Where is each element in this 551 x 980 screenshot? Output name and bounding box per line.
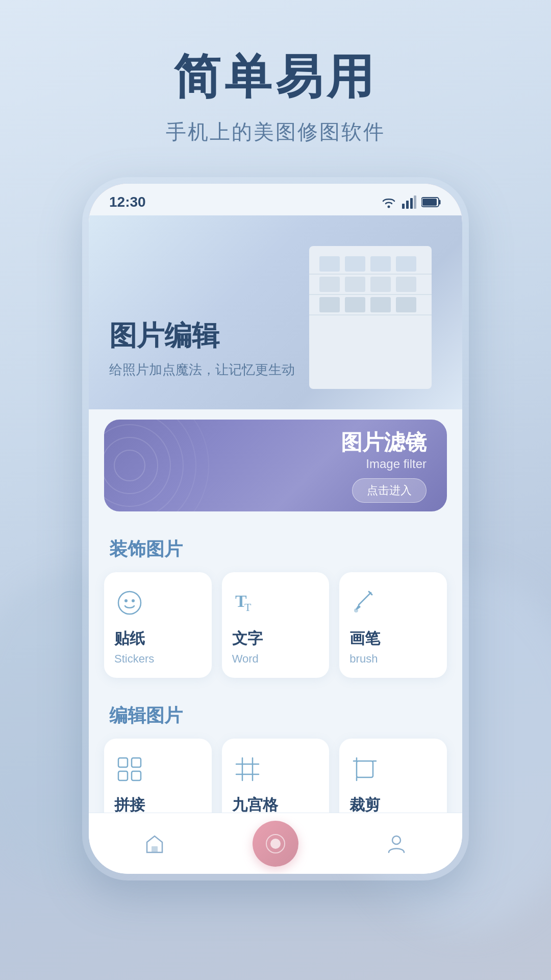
brush-name-cn: 画笔 bbox=[349, 628, 380, 649]
svg-point-29 bbox=[104, 420, 209, 511]
stickers-name-cn: 贴纸 bbox=[114, 628, 145, 649]
stickers-name-en: Stickers bbox=[114, 652, 154, 666]
svg-rect-13 bbox=[319, 277, 340, 292]
status-icons bbox=[381, 195, 442, 209]
profile-nav-icon bbox=[384, 831, 409, 856]
svg-point-35 bbox=[354, 608, 358, 612]
svg-rect-2 bbox=[406, 201, 409, 209]
splicing-icon bbox=[114, 754, 145, 785]
text-icon: T T bbox=[232, 587, 263, 618]
svg-rect-44 bbox=[357, 761, 373, 777]
svg-rect-3 bbox=[410, 198, 413, 209]
brush-name-en: brush bbox=[349, 652, 378, 666]
crop-name-cn: 裁剪 bbox=[349, 795, 380, 814]
section-title-highlight: 图片 bbox=[146, 538, 183, 559]
svg-point-24 bbox=[114, 450, 145, 481]
battery-icon bbox=[421, 197, 442, 208]
nav-center-button[interactable] bbox=[253, 821, 298, 867]
section-title-decorate: 装饰图片 bbox=[89, 522, 462, 572]
tool-card-puzzle[interactable]: 九宫格 puzzle bbox=[222, 739, 330, 814]
puzzle-icon bbox=[232, 754, 263, 785]
svg-rect-20 bbox=[396, 297, 416, 312]
svg-point-32 bbox=[132, 599, 135, 602]
svg-rect-36 bbox=[118, 758, 128, 767]
svg-rect-37 bbox=[132, 758, 141, 767]
filter-card-subtitle: Image filter bbox=[341, 457, 427, 471]
hero-banner: 图片编辑 给照片加点魔法，让记忆更生动 bbox=[89, 215, 462, 409]
svg-rect-4 bbox=[414, 195, 416, 209]
svg-point-47 bbox=[270, 839, 281, 849]
filter-card[interactable]: 图片滤镜 Image filter 点击进入 bbox=[104, 420, 447, 511]
status-time: 12:30 bbox=[109, 194, 146, 210]
main-title: 简单易用 bbox=[0, 51, 551, 103]
word-name-en: Word bbox=[232, 652, 259, 666]
sub-title: 手机上的美图修图软件 bbox=[0, 118, 551, 146]
filter-card-title: 图片滤镜 bbox=[341, 428, 427, 457]
svg-point-48 bbox=[392, 836, 400, 844]
svg-rect-19 bbox=[370, 297, 391, 312]
svg-point-28 bbox=[104, 420, 196, 511]
svg-rect-12 bbox=[396, 256, 416, 272]
svg-rect-1 bbox=[402, 204, 405, 209]
edit-tool-grid: 拼接 Splicing 九宫格 puzzle bbox=[89, 739, 462, 814]
filter-card-button[interactable]: 点击进入 bbox=[352, 478, 427, 503]
status-bar: 12:30 bbox=[89, 184, 462, 215]
hero-text-area: 图片编辑 给照片加点魔法，让记忆更生动 bbox=[109, 317, 295, 379]
edit-title-highlight: 图片 bbox=[146, 705, 183, 726]
svg-rect-45 bbox=[152, 846, 158, 852]
svg-rect-15 bbox=[370, 277, 391, 292]
home-nav-icon bbox=[142, 831, 167, 856]
section-title-edit: 编辑图片 bbox=[89, 688, 462, 739]
svg-rect-16 bbox=[396, 277, 416, 292]
svg-rect-6 bbox=[422, 199, 437, 206]
tool-card-crop[interactable]: 裁剪 Crop bbox=[339, 739, 447, 814]
puzzle-name-cn: 九宫格 bbox=[232, 795, 278, 814]
center-nav-icon bbox=[265, 834, 286, 854]
tool-card-brush[interactable]: 画笔 brush bbox=[339, 572, 447, 678]
sticker-icon bbox=[114, 587, 145, 618]
hero-title: 图片编辑 bbox=[109, 317, 295, 355]
phone-inner: 12:30 bbox=[89, 184, 462, 874]
phone-container: 12:30 bbox=[0, 177, 551, 881]
svg-text:T: T bbox=[244, 601, 252, 614]
nav-item-profile[interactable] bbox=[384, 831, 409, 856]
edit-title-cn: 编辑 bbox=[109, 705, 146, 726]
svg-point-30 bbox=[118, 592, 141, 614]
svg-point-27 bbox=[104, 420, 183, 511]
svg-rect-9 bbox=[319, 256, 340, 272]
decorate-tool-grid: 贴纸 Stickers T T 文字 Word bbox=[89, 572, 462, 688]
word-name-cn: 文字 bbox=[232, 628, 263, 649]
tool-card-word[interactable]: T T 文字 Word bbox=[222, 572, 330, 678]
svg-rect-10 bbox=[345, 256, 365, 272]
svg-rect-11 bbox=[370, 256, 391, 272]
phone-content: 图片编辑 给照片加点魔法，让记忆更生动 bbox=[89, 215, 462, 814]
splicing-name-cn: 拼接 bbox=[114, 795, 145, 814]
header-section: 简单易用 手机上的美图修图软件 bbox=[0, 0, 551, 177]
signal-icon bbox=[402, 195, 416, 209]
crop-icon bbox=[349, 754, 380, 785]
svg-rect-38 bbox=[118, 771, 128, 780]
svg-rect-14 bbox=[345, 277, 365, 292]
tool-card-stickers[interactable]: 贴纸 Stickers bbox=[104, 572, 212, 678]
svg-rect-39 bbox=[132, 771, 141, 780]
wifi-icon bbox=[381, 195, 397, 209]
svg-point-25 bbox=[104, 437, 158, 494]
svg-point-0 bbox=[388, 206, 390, 208]
phone-frame: 12:30 bbox=[82, 177, 469, 881]
svg-point-31 bbox=[124, 599, 128, 602]
svg-rect-18 bbox=[345, 297, 365, 312]
building-visual bbox=[268, 226, 452, 399]
wave-decoration bbox=[104, 420, 232, 511]
hero-subtitle: 给照片加点魔法，让记忆更生动 bbox=[109, 361, 295, 379]
brush-icon bbox=[349, 587, 380, 618]
section-title-cn: 装饰 bbox=[109, 538, 146, 559]
bottom-nav bbox=[89, 813, 462, 874]
svg-rect-17 bbox=[319, 297, 340, 312]
nav-item-home[interactable] bbox=[142, 831, 167, 856]
tool-card-splicing[interactable]: 拼接 Splicing bbox=[104, 739, 212, 814]
